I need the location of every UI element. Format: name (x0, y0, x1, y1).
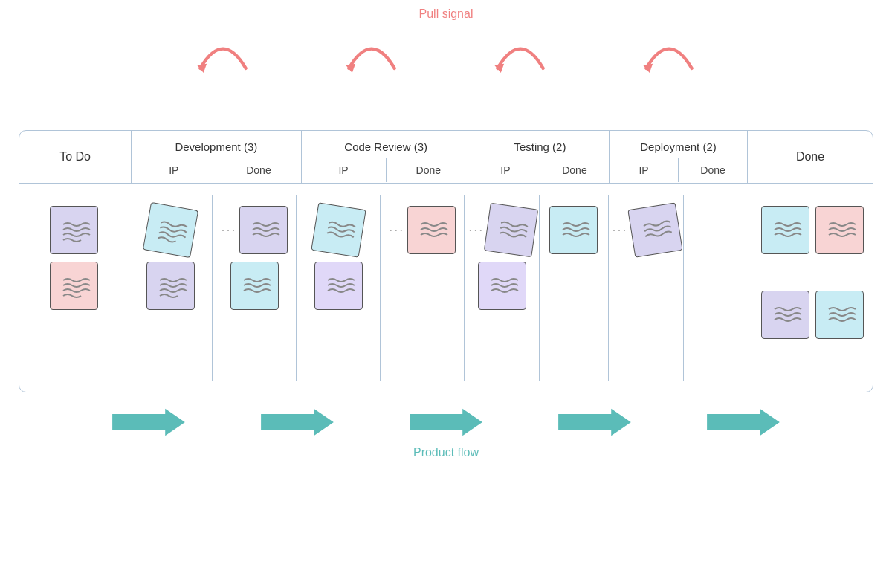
col-deployment-subheaders: IP Done (610, 158, 747, 182)
kanban-board: To Do Development (3) IP Done Code Revie… (19, 130, 873, 392)
col-development-subheaders: IP Done (132, 158, 300, 182)
card-done-1 (761, 206, 809, 254)
body-cr-done: ··· (381, 195, 465, 381)
col-header-testing: Testing (2) IP Done (471, 131, 610, 183)
body-test-done (540, 195, 608, 381)
flow-arrow-1 (112, 407, 186, 437)
svg-marker-7 (558, 409, 631, 436)
card-test-ip-1 (484, 203, 538, 257)
card-dev-ip-2 (146, 262, 195, 310)
svg-marker-0 (197, 64, 207, 73)
card-test-ip-2 (478, 262, 526, 310)
svg-marker-8 (707, 409, 780, 436)
kanban-body: ··· (19, 184, 873, 392)
col-development-title: Development (3) (132, 132, 300, 158)
product-flow-section: Product flow (0, 407, 892, 459)
card-dev-done-2 (230, 262, 279, 310)
col-todo-title: To Do (59, 150, 91, 164)
svg-marker-1 (346, 64, 355, 73)
card-done-4 (815, 291, 864, 339)
pull-arrow-4 (639, 26, 699, 78)
col-header-development: Development (3) IP Done (132, 131, 301, 183)
col-testing-done: Done (540, 158, 609, 182)
pull-arrow-3 (491, 26, 550, 78)
col-codereview-done: Done (387, 158, 471, 182)
card-done-3 (761, 291, 809, 339)
pull-arrow-1 (193, 26, 253, 78)
svg-marker-5 (261, 409, 334, 436)
card-done-2 (815, 206, 864, 254)
col-codereview-ip: IP (302, 158, 387, 182)
col-testing-ip: IP (471, 158, 540, 182)
col-header-codereview: Code Review (3) IP Done (302, 131, 471, 183)
body-test-ip: ··· (465, 195, 540, 381)
card-test-done-1 (549, 206, 598, 254)
flow-arrow-5 (706, 407, 780, 437)
pull-signal-section: Pull signal (0, 0, 892, 130)
card-dep-ip-1 (627, 202, 682, 257)
col-codereview-subheaders: IP Done (302, 158, 471, 182)
svg-marker-4 (112, 409, 185, 436)
card-cr-ip-1 (311, 202, 366, 257)
body-todo (19, 195, 129, 381)
flow-arrow-4 (558, 407, 632, 437)
col-deployment-title: Deployment (2) (610, 132, 747, 158)
body-dev-ip (129, 195, 213, 381)
body-done (752, 195, 873, 381)
svg-marker-3 (643, 64, 653, 73)
col-deployment-ip: IP (610, 158, 679, 182)
main-container: Pull signal (0, 0, 892, 588)
col-testing-title: Testing (2) (471, 132, 609, 158)
body-cr-ip (297, 195, 381, 381)
body-dep-done (684, 195, 752, 381)
col-codereview-title: Code Review (3) (302, 132, 471, 158)
flow-arrow-3 (409, 407, 483, 437)
body-dev-done: ··· (213, 195, 297, 381)
flow-arrows-row (112, 407, 780, 437)
product-flow-label: Product flow (413, 446, 479, 459)
col-done-title: Done (796, 150, 824, 164)
col-header-done: Done (748, 131, 873, 183)
col-development-ip: IP (132, 158, 216, 182)
svg-marker-6 (410, 409, 482, 436)
kanban-header-row: To Do Development (3) IP Done Code Revie… (19, 131, 873, 184)
col-development-done: Done (216, 158, 300, 182)
card-cr-ip-2 (314, 262, 363, 310)
col-header-deployment: Deployment (2) IP Done (610, 131, 748, 183)
card-dev-ip-1 (143, 202, 198, 258)
col-deployment-done: Done (679, 158, 747, 182)
flow-arrow-2 (260, 407, 334, 437)
card-dev-done-1 (239, 206, 288, 254)
body-dep-ip: ··· (609, 195, 684, 381)
card-todo-1 (50, 206, 98, 254)
pull-arrow-2 (342, 26, 401, 78)
pull-signal-label: Pull signal (419, 7, 474, 21)
col-header-todo: To Do (19, 131, 132, 183)
svg-marker-2 (494, 64, 504, 73)
card-cr-done-1 (407, 206, 456, 254)
pull-arrows-row (0, 26, 892, 78)
col-testing-subheaders: IP Done (471, 158, 609, 182)
card-todo-2 (50, 262, 98, 310)
